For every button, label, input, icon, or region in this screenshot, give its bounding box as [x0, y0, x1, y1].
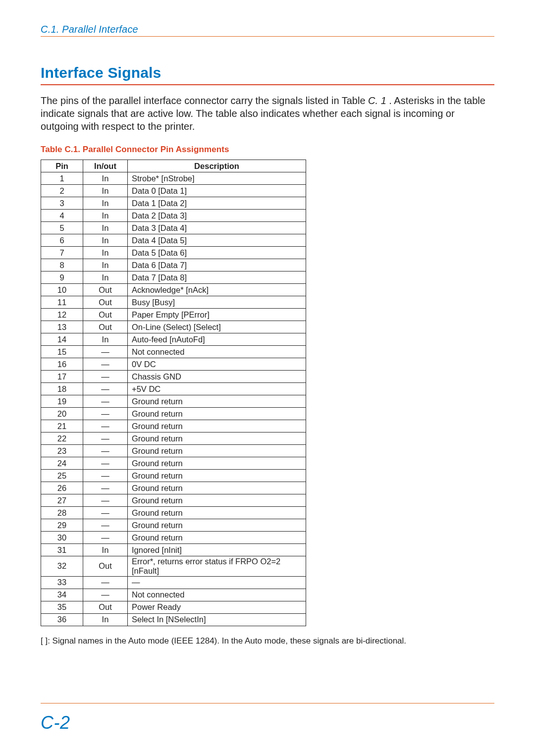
table-row: 6InData 4 [Data 5] [41, 234, 306, 247]
cell-pin: 19 [41, 395, 83, 408]
cell-pin: 15 [41, 346, 83, 358]
cell-inout: In [83, 197, 128, 210]
cell-pin: 10 [41, 284, 83, 296]
cell-description: Data 7 [Data 8] [128, 271, 306, 284]
cell-description: Power Ready [128, 601, 306, 613]
cell-inout: — [83, 589, 128, 601]
cell-pin: 3 [41, 197, 83, 210]
table-row: 10OutAcknowledge* [nAck] [41, 284, 306, 296]
intro-ref: C. 1 [368, 95, 386, 106]
table-row: 16—0V DC [41, 358, 306, 371]
cell-pin: 36 [41, 613, 83, 626]
intro-text-pre: The pins of the parallel interface conne… [41, 95, 368, 106]
table-row: 2InData 0 [Data 1] [41, 185, 306, 197]
cell-inout: Out [83, 284, 128, 296]
table-row: 36InSelect In [NSelectIn] [41, 613, 306, 626]
cell-inout: — [83, 371, 128, 383]
cell-pin: 8 [41, 259, 83, 271]
page: C.1. Parallel Interface Interface Signal… [0, 0, 535, 756]
cell-description: Ignored [nInit] [128, 544, 306, 556]
cell-pin: 18 [41, 383, 83, 395]
table-row: 30—Ground return [41, 532, 306, 544]
table-row: 14InAuto-feed [nAutoFd] [41, 333, 306, 346]
table-row: 13OutOn-Line (Select) [Select] [41, 321, 306, 333]
cell-pin: 16 [41, 358, 83, 371]
cell-description: Busy [Busy] [128, 296, 306, 309]
page-number: C-2 [41, 712, 70, 733]
cell-description: Paper Empty [PError] [128, 309, 306, 321]
cell-inout: Out [83, 321, 128, 333]
table-row: 32OutError*, returns error status if FRP… [41, 556, 306, 577]
table-row: 28—Ground return [41, 507, 306, 519]
cell-pin: 14 [41, 333, 83, 346]
table-row: 24—Ground return [41, 457, 306, 470]
cell-description: Data 3 [Data 4] [128, 222, 306, 234]
cell-inout: Out [83, 309, 128, 321]
cell-description: Ground return [128, 457, 306, 470]
cell-description: Data 5 [Data 6] [128, 247, 306, 259]
footer-rule [41, 703, 494, 703]
cell-pin: 2 [41, 185, 83, 197]
table-row: 1InStrobe* [nStrobe] [41, 172, 306, 185]
cell-pin: 23 [41, 445, 83, 457]
cell-description: Ground return [128, 519, 306, 532]
cell-description: Data 4 [Data 5] [128, 234, 306, 247]
table-row: 25—Ground return [41, 470, 306, 482]
cell-inout: In [83, 247, 128, 259]
table-row: 18—+5V DC [41, 383, 306, 395]
cell-inout: Out [83, 601, 128, 613]
table-row: 4InData 2 [Data 3] [41, 210, 306, 222]
table-row: 12OutPaper Empty [PError] [41, 309, 306, 321]
cell-pin: 22 [41, 432, 83, 445]
cell-pin: 25 [41, 470, 83, 482]
cell-description: Ground return [128, 395, 306, 408]
table-row: 7InData 5 [Data 6] [41, 247, 306, 259]
cell-pin: 26 [41, 482, 83, 494]
cell-inout: In [83, 172, 128, 185]
table-row: 20—Ground return [41, 408, 306, 420]
cell-inout: — [83, 346, 128, 358]
table-row: 9InData 7 [Data 8] [41, 271, 306, 284]
cell-inout: — [83, 470, 128, 482]
cell-pin: 30 [41, 532, 83, 544]
cell-description: Auto-feed [nAutoFd] [128, 333, 306, 346]
cell-description: Ground return [128, 482, 306, 494]
table-row: 29—Ground return [41, 519, 306, 532]
cell-inout: In [83, 613, 128, 626]
cell-pin: 13 [41, 321, 83, 333]
table-row: 27—Ground return [41, 494, 306, 507]
table-row: 17—Chassis GND [41, 371, 306, 383]
cell-pin: 28 [41, 507, 83, 519]
cell-inout: In [83, 271, 128, 284]
cell-inout: — [83, 420, 128, 432]
cell-inout: Out [83, 556, 128, 577]
cell-inout: — [83, 457, 128, 470]
section-title: Interface Signals [41, 64, 494, 85]
cell-pin: 21 [41, 420, 83, 432]
table-row: 35OutPower Ready [41, 601, 306, 613]
cell-description: Data 1 [Data 2] [128, 197, 306, 210]
table-row: 23—Ground return [41, 445, 306, 457]
cell-description: Ground return [128, 507, 306, 519]
table-row: 26—Ground return [41, 482, 306, 494]
cell-description: Data 6 [Data 7] [128, 259, 306, 271]
cell-pin: 9 [41, 271, 83, 284]
cell-description: Not connected [128, 589, 306, 601]
table-footnote: [ ]: Signal names in the Auto mode (IEEE… [41, 636, 494, 646]
cell-pin: 7 [41, 247, 83, 259]
table-row: 33—— [41, 576, 306, 589]
table-row: 8InData 6 [Data 7] [41, 259, 306, 271]
cell-inout: Out [83, 296, 128, 309]
cell-inout: In [83, 259, 128, 271]
cell-inout: — [83, 576, 128, 589]
cell-pin: 27 [41, 494, 83, 507]
cell-pin: 17 [41, 371, 83, 383]
cell-description: Ground return [128, 408, 306, 420]
table-row: 31InIgnored [nInit] [41, 544, 306, 556]
col-header-pin: Pin [41, 160, 83, 172]
cell-pin: 1 [41, 172, 83, 185]
cell-description: Chassis GND [128, 371, 306, 383]
table-row: 3InData 1 [Data 2] [41, 197, 306, 210]
cell-pin: 29 [41, 519, 83, 532]
cell-inout: In [83, 185, 128, 197]
